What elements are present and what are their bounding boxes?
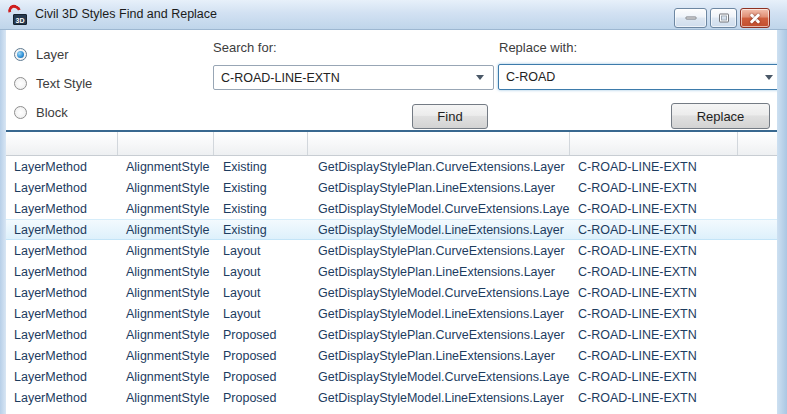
panel-separator (0, 129, 787, 132)
minimize-icon (685, 17, 696, 20)
search-for-label: Search for: (213, 40, 277, 55)
search-replace-panel: Layer Text Style Block Search for: C-ROA… (6, 30, 777, 129)
replace-with-combobox[interactable]: C-ROAD (498, 64, 783, 90)
maximize-icon (719, 14, 729, 23)
table-row[interactable]: LayerMethod AlignmentStyle Layout GetDis… (6, 303, 777, 324)
cell-style-name: Proposed (214, 370, 308, 384)
table-row[interactable]: LayerMethod AlignmentStyle Layout GetDis… (6, 282, 777, 303)
window-title: Civil 3D Styles Find and Replace (35, 0, 217, 29)
cell-property-path: GetDisplayStylePlan.LineExtensions.Layer (308, 181, 570, 195)
civil3d-find-replace-window: 3D Civil 3D Styles Find and Replace Laye… (0, 0, 787, 414)
cell-property-path: GetDisplayStyleModel.CurveExtensions.Lay… (308, 202, 570, 216)
find-button[interactable]: Find (412, 104, 488, 129)
search-type-radio-group: Layer Text Style Block (14, 44, 92, 122)
cell-style-name: Layout (214, 307, 308, 321)
cell-style-name: Layout (214, 244, 308, 258)
cell-style-type: AlignmentStyle (118, 307, 214, 321)
table-row[interactable]: LayerMethod AlignmentStyle Layout GetDis… (6, 240, 777, 261)
cell-style-name: Proposed (214, 391, 308, 405)
cell-style-type: AlignmentStyle (118, 181, 214, 195)
table-row[interactable]: LayerMethod AlignmentStyle Existing GetD… (6, 219, 777, 240)
cell-property-value: C-ROAD-LINE-EXTN (570, 244, 738, 258)
cell-style-name: Existing (214, 181, 308, 195)
maximize-button[interactable] (710, 8, 737, 28)
results-table: LayerMethod AlignmentStyle Existing GetD… (6, 156, 777, 414)
replace-button[interactable]: Replace (671, 103, 770, 129)
column-header-style-name[interactable] (214, 132, 308, 155)
cell-property-value: C-ROAD-LINE-EXTN (570, 265, 738, 279)
cell-property-value: C-ROAD-LINE-EXTN (570, 391, 738, 405)
cell-property-value: C-ROAD-LINE-EXTN (570, 286, 738, 300)
cell-property-value: C-ROAD-LINE-EXTN (570, 202, 738, 216)
cell-style-name: Proposed (214, 328, 308, 342)
civil3d-app-icon: 3D (8, 5, 28, 25)
cell-collection-method: LayerMethod (6, 202, 118, 216)
column-header-collection-method[interactable] (6, 132, 118, 155)
table-row[interactable]: LayerMethod AlignmentStyle Proposed GetD… (6, 324, 777, 345)
table-row[interactable]: LayerMethod AlignmentStyle Layout GetDis… (6, 261, 777, 282)
cell-property-value: C-ROAD-LINE-EXTN (570, 328, 738, 342)
table-row[interactable]: LayerMethod AlignmentStyle Existing GetD… (6, 198, 777, 219)
cell-style-type: AlignmentStyle (118, 328, 214, 342)
radio-option-text-style[interactable]: Text Style (14, 73, 92, 93)
cell-property-value: C-ROAD-LINE-EXTN (570, 349, 738, 363)
cell-property-path: GetDisplayStylePlan.CurveExtensions.Laye… (308, 160, 570, 174)
cell-collection-method: LayerMethod (6, 328, 118, 342)
cell-style-type: AlignmentStyle (118, 223, 214, 237)
cell-style-name: Existing (214, 202, 308, 216)
cell-property-path: GetDisplayStylePlan.CurveExtensions.Laye… (308, 244, 570, 258)
cell-property-value: C-ROAD-LINE-EXTN (570, 307, 738, 321)
cell-style-type: AlignmentStyle (118, 286, 214, 300)
cell-collection-method: LayerMethod (6, 391, 118, 405)
cell-collection-method: LayerMethod (6, 349, 118, 363)
cell-property-path: GetDisplayStyleModel.CurveExtensions.Lay… (308, 286, 570, 300)
cell-property-path: GetDisplayStylePlan.CurveExtensions.Laye… (308, 328, 570, 342)
cell-style-type: AlignmentStyle (118, 202, 214, 216)
radio-icon (14, 77, 27, 90)
close-button[interactable] (740, 8, 770, 28)
cell-collection-method: LayerMethod (6, 160, 118, 174)
cell-property-path: GetDisplayStylePlan.LineExtensions.Layer (308, 349, 570, 363)
table-row[interactable]: LayerMethod AlignmentStyle Proposed GetD… (6, 345, 777, 366)
window-border-right (777, 30, 787, 414)
cell-collection-method: LayerMethod (6, 307, 118, 321)
column-header-style-type[interactable] (118, 132, 214, 155)
cell-style-type: AlignmentStyle (118, 244, 214, 258)
radio-option-layer[interactable]: Layer (14, 44, 92, 64)
minimize-button[interactable] (674, 8, 707, 28)
search-for-value: C-ROAD-LINE-EXTN (214, 71, 476, 85)
cell-style-name: Existing (214, 160, 308, 174)
radio-icon (14, 106, 27, 119)
civil3d-3d-badge: 3D (13, 14, 27, 25)
titlebar[interactable]: 3D Civil 3D Styles Find and Replace (0, 0, 787, 30)
search-for-combobox[interactable]: C-ROAD-LINE-EXTN (213, 65, 494, 90)
cell-collection-method: LayerMethod (6, 181, 118, 195)
cell-style-name: Existing (214, 223, 308, 237)
column-header-property-value[interactable] (570, 132, 738, 155)
radio-option-block[interactable]: Block (14, 102, 92, 122)
cell-collection-method: LayerMethod (6, 370, 118, 384)
cell-property-path: GetDisplayStyleModel.LineExtensions.Laye… (308, 223, 570, 237)
cell-collection-method: LayerMethod (6, 265, 118, 279)
cell-style-type: AlignmentStyle (118, 391, 214, 405)
cell-style-type: AlignmentStyle (118, 160, 214, 174)
cell-property-path: GetDisplayStylePlan.LineExtensions.Layer (308, 265, 570, 279)
table-row[interactable]: LayerMethod AlignmentStyle Existing GetD… (6, 177, 777, 198)
table-row[interactable]: LayerMethod AlignmentStyle Existing GetD… (6, 156, 777, 177)
table-row[interactable]: LayerMethod AlignmentStyle Proposed GetD… (6, 387, 777, 408)
cell-collection-method: LayerMethod (6, 286, 118, 300)
radio-icon (14, 48, 27, 61)
cell-property-path: GetDisplayStyleModel.LineExtensions.Laye… (308, 391, 570, 405)
cell-property-value: C-ROAD-LINE-EXTN (570, 223, 738, 237)
cell-property-value: C-ROAD-LINE-EXTN (570, 181, 738, 195)
cell-property-value: C-ROAD-LINE-EXTN (570, 160, 738, 174)
radio-option-label: Layer (36, 47, 69, 62)
table-row[interactable]: LayerMethod AlignmentStyle Proposed GetD… (6, 366, 777, 387)
radio-option-label: Block (36, 105, 68, 120)
cell-style-name: Proposed (214, 349, 308, 363)
cell-style-name: Layout (214, 265, 308, 279)
column-header-property-path[interactable] (308, 132, 570, 155)
cell-property-path: GetDisplayStyleModel.CurveExtensions.Lay… (308, 370, 570, 384)
cell-collection-method: LayerMethod (6, 244, 118, 258)
table-header (6, 132, 777, 156)
